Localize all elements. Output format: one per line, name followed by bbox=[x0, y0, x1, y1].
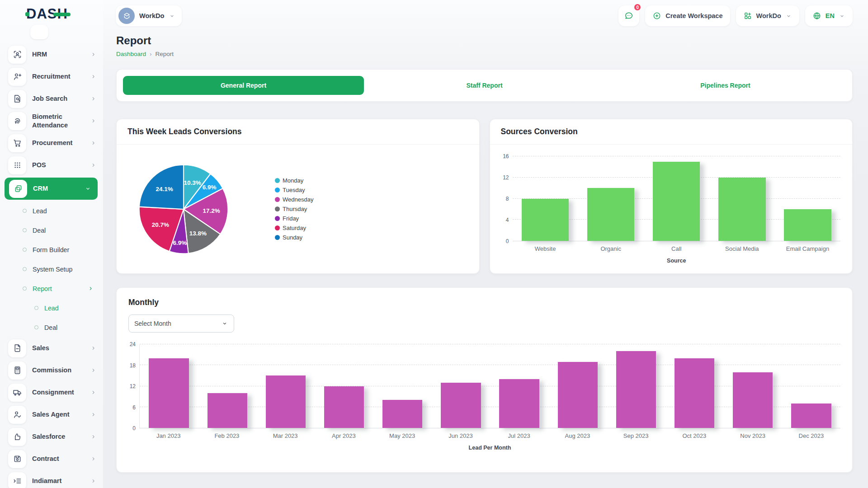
legend-dot-icon bbox=[275, 225, 280, 230]
gridline bbox=[140, 365, 840, 365]
logo-accent-notch bbox=[25, 12, 29, 16]
bar-call bbox=[653, 162, 700, 241]
sidebar-item-recruitment[interactable]: Recruitment bbox=[0, 66, 103, 88]
plot-area bbox=[513, 156, 841, 241]
legend-item-thursday[interactable]: Thursday bbox=[275, 206, 313, 212]
sidebar-subitem-lead[interactable]: Lead bbox=[0, 201, 103, 221]
sidebar-item-job-search[interactable]: Job Search bbox=[0, 88, 103, 110]
sidebar-item-biometric-attendance[interactable]: Biometric Attendance bbox=[0, 110, 103, 132]
chevron-right-icon bbox=[90, 455, 97, 462]
monthly-title: Monthly bbox=[117, 288, 852, 310]
leads-pie-chart: 10.3%6.9%17.2%13.8%6.9%20.7%24.1% bbox=[136, 161, 231, 257]
bar-apr-2023 bbox=[324, 386, 364, 428]
sidebar-item-sales[interactable]: Sales bbox=[0, 337, 103, 359]
sidebar-item-indiamart[interactable]: Indiamart bbox=[0, 470, 103, 488]
legend-item-saturday[interactable]: Saturday bbox=[275, 225, 313, 231]
create-workspace-label: Create Workspace bbox=[665, 12, 722, 19]
legend-item-tuesday[interactable]: Tuesday bbox=[275, 187, 313, 193]
app-root: DASH HRMRecruitmentJob SearchBiometric A… bbox=[0, 0, 868, 488]
sales-agent-icon bbox=[8, 406, 26, 424]
legend-dot-icon bbox=[275, 206, 280, 211]
y-tick-label: 12 bbox=[503, 174, 509, 181]
bar-social-media bbox=[718, 178, 765, 241]
bar-website bbox=[522, 199, 569, 241]
legend-item-wednesday[interactable]: Wednesday bbox=[275, 196, 313, 203]
select-month-dropdown[interactable]: Select Month bbox=[128, 314, 234, 333]
language-label: EN bbox=[826, 12, 835, 19]
chevron-right-icon bbox=[90, 411, 97, 418]
x-axis-title: Source bbox=[513, 258, 841, 264]
sidebar-item-commission[interactable]: Commission bbox=[0, 359, 103, 381]
language-selector[interactable]: EN bbox=[805, 5, 853, 26]
sources-conversion-card: Sources Conversion 0481216WebsiteOrganic… bbox=[490, 119, 853, 274]
leads-conversions-title: This Week Leads Conversions bbox=[117, 119, 479, 145]
x-axis-labels: WebsiteOrganicCallSocial MediaEmail Camp… bbox=[513, 245, 841, 252]
pie-percent-label: 13.8% bbox=[189, 230, 207, 236]
pie-percent-label: 10.3% bbox=[184, 179, 201, 186]
bar-jul-2023 bbox=[499, 379, 539, 428]
sidebar-item-crm[interactable]: CRM bbox=[5, 178, 98, 200]
sidebar-subitem-report[interactable]: Report bbox=[0, 279, 103, 298]
sidebar-item-hrm[interactable]: HRM bbox=[0, 43, 103, 66]
bullet-circle-icon bbox=[23, 267, 27, 271]
sources-conversion-title: Sources Conversion bbox=[490, 119, 853, 145]
legend-item-sunday[interactable]: Sunday bbox=[275, 234, 313, 241]
workspace-menu-label: WorkDo bbox=[756, 12, 781, 19]
tab-general-report[interactable]: General Report bbox=[123, 76, 364, 95]
sidebar-item-salesforce[interactable]: Salesforce bbox=[0, 426, 103, 448]
workspace-switcher[interactable]: WorkDo bbox=[116, 5, 182, 26]
breadcrumb-dashboard-link[interactable]: Dashboard bbox=[116, 51, 146, 57]
breadcrumb: Dashboard › Report bbox=[116, 51, 853, 57]
breadcrumb-current: Report bbox=[156, 51, 174, 57]
x-tick-label: Nov 2023 bbox=[724, 432, 782, 439]
indiamart-icon bbox=[8, 472, 26, 488]
messages-badge: 0 bbox=[633, 3, 642, 11]
pie-percent-label: 6.9% bbox=[203, 184, 217, 191]
x-axis-labels: Jan 2023Feb 2023Mar 2023Apr 2023May 2023… bbox=[139, 432, 840, 439]
x-tick-label: Jun 2023 bbox=[431, 432, 490, 439]
plot-area bbox=[139, 344, 840, 428]
sidebar-subitem-lead[interactable]: Lead bbox=[0, 298, 103, 318]
bar-jan-2023 bbox=[149, 358, 189, 428]
bar-mar-2023 bbox=[266, 375, 306, 428]
content: Report Dashboard › Report General Report… bbox=[103, 28, 868, 473]
messages-button[interactable]: 0 bbox=[618, 5, 639, 26]
x-tick-label: Mar 2023 bbox=[256, 432, 315, 439]
legend-item-monday[interactable]: Monday bbox=[275, 177, 313, 184]
pie-percent-label: 6.9% bbox=[173, 239, 187, 246]
leads-conversions-body: 10.3%6.9%17.2%13.8%6.9%20.7%24.1% Monday… bbox=[117, 145, 479, 273]
dash-logo[interactable]: DASH bbox=[26, 6, 68, 22]
sidebar-item-pos[interactable]: POS bbox=[0, 154, 103, 176]
tab-staff-report[interactable]: Staff Report bbox=[364, 76, 605, 95]
crm-icon bbox=[9, 180, 27, 198]
chevron-down-icon bbox=[221, 320, 228, 327]
sidebar-subitem-deal[interactable]: Deal bbox=[0, 318, 103, 337]
chevron-right-icon bbox=[90, 140, 97, 146]
bar-dec-2023 bbox=[791, 404, 831, 428]
legend-dot-icon bbox=[275, 235, 280, 240]
legend-item-friday[interactable]: Friday bbox=[275, 215, 313, 222]
bullet-circle-icon bbox=[23, 286, 27, 291]
x-tick-label: Apr 2023 bbox=[315, 432, 373, 439]
sidebar-subitem-form-builder[interactable]: Form Builder bbox=[0, 240, 103, 259]
sidebar-item-contract[interactable]: Contract bbox=[0, 448, 103, 470]
sidebar-subitem-system-setup[interactable]: System Setup bbox=[0, 259, 103, 279]
legend-dot-icon bbox=[275, 178, 280, 183]
tab-pipelines-report[interactable]: Pipelines Report bbox=[605, 76, 846, 95]
x-tick-label: May 2023 bbox=[373, 432, 431, 439]
y-tick-label: 24 bbox=[130, 341, 136, 347]
sidebar-item-procurement[interactable]: Procurement bbox=[0, 132, 103, 154]
chevron-right-icon bbox=[90, 51, 97, 58]
sidebar-item-consignment[interactable]: Consignment bbox=[0, 381, 103, 404]
y-tick-label: 0 bbox=[506, 238, 509, 244]
bullet-circle-icon bbox=[34, 325, 38, 329]
consignment-icon bbox=[8, 384, 26, 402]
bar-aug-2023 bbox=[558, 362, 598, 428]
create-workspace-button[interactable]: Create Workspace bbox=[645, 5, 730, 26]
sidebar-item-sales-agent[interactable]: Sales Agent bbox=[0, 404, 103, 426]
workspace-name: WorkDo bbox=[139, 12, 164, 19]
workspace-menu-button[interactable]: WorkDo bbox=[736, 5, 799, 26]
page-title: Report bbox=[116, 34, 853, 47]
logo-row: DASH bbox=[0, 0, 103, 28]
sidebar-subitem-deal[interactable]: Deal bbox=[0, 221, 103, 240]
